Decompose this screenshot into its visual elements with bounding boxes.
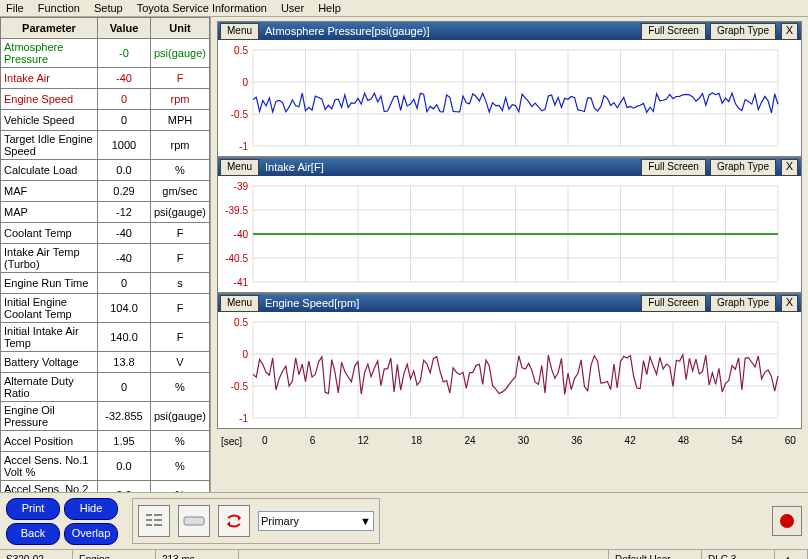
param-name: Engine Speed [1,89,98,110]
param-value: -40 [98,68,151,89]
param-value: -12 [98,202,151,223]
menu-toyota-service-information[interactable]: Toyota Service Information [137,2,267,14]
print-button[interactable]: Print [6,498,60,520]
param-value: 1.95 [98,431,151,452]
param-name: Accel Sens. No.2 Volt % [1,481,98,493]
menu-file[interactable]: File [6,2,24,14]
table-row[interactable]: Intake Air-40F [1,68,210,89]
x-tick: 0 [262,435,268,446]
menu-help[interactable]: Help [318,2,341,14]
menu-user[interactable]: User [281,2,304,14]
connector-icon[interactable] [178,505,210,537]
svg-text:-41: -41 [234,277,249,288]
table-row[interactable]: Intake Air Temp (Turbo)-40F [1,244,210,273]
param-name: Initial Engine Coolant Temp [1,294,98,323]
graph-type-button[interactable]: Graph Type [710,23,776,40]
graph-panel: Menu Atmosphere Pressure[psi(gauge)] Ful… [211,17,808,492]
param-value: -32.855 [98,402,151,431]
param-value: 0.0 [98,481,151,493]
graph-Atmosphere Pressure[psi(gauge)]: Menu Atmosphere Pressure[psi(gauge)] Ful… [217,21,802,157]
graph-Intake Air[F]: Menu Intake Air[F] Full Screen Graph Typ… [217,157,802,293]
table-row[interactable]: Battery Voltage13.8V [1,352,210,373]
param-unit: rpm [151,131,210,160]
param-name: Intake Air [1,68,98,89]
primary-dropdown[interactable]: Primary▼ [258,511,374,531]
status-model: S320-02 [0,550,73,559]
table-row[interactable]: Accel Sens. No.2 Volt %0.0% [1,481,210,493]
plot-area[interactable]: 0.50-0.5-1 [218,312,801,428]
param-unit: psi(gauge) [151,402,210,431]
table-row[interactable]: Vehicle Speed0MPH [1,110,210,131]
sync-icon[interactable] [218,505,250,537]
param-value: 0 [98,89,151,110]
param-name: Atmosphere Pressure [1,39,98,68]
param-name: MAP [1,202,98,223]
close-icon[interactable]: X [781,23,798,40]
svg-rect-64 [146,524,152,526]
param-value: 0 [98,273,151,294]
param-unit: V [151,352,210,373]
status-dlc: DLC 3 [702,550,775,559]
graph-menu-button[interactable]: Menu [220,295,259,312]
table-row[interactable]: Atmosphere Pressure-0psi(gauge) [1,39,210,68]
graph-menu-button[interactable]: Menu [220,159,259,176]
graph-Engine Speed[rpm]: Menu Engine Speed[rpm] Full Screen Graph… [217,293,802,429]
param-unit: rpm [151,89,210,110]
table-row[interactable]: Coolant Temp-40F [1,223,210,244]
record-button[interactable] [772,506,802,536]
table-row[interactable]: Calculate Load0.0% [1,160,210,181]
param-value: 0 [98,110,151,131]
param-value: 0.0 [98,452,151,481]
graph-title: Engine Speed[rpm] [265,297,639,309]
table-row[interactable]: Target Idle Engine Speed1000rpm [1,131,210,160]
table-row[interactable]: Alternate Duty Ratio0% [1,373,210,402]
graph-title: Atmosphere Pressure[psi(gauge)] [265,25,639,37]
svg-text:0: 0 [242,77,248,88]
table-row[interactable]: MAF0.29gm/sec [1,181,210,202]
graph-menu-button[interactable]: Menu [220,23,259,40]
table-row[interactable]: Engine Run Time0s [1,273,210,294]
svg-rect-60 [146,514,152,516]
overlap-button[interactable]: Overlap [64,523,118,545]
menu-function[interactable]: Function [38,2,80,14]
table-row[interactable]: Initial Intake Air Temp140.0F [1,323,210,352]
plot-area[interactable]: -39-39.5-40-40.5-41 [218,176,801,292]
svg-text:-0.5: -0.5 [231,109,249,120]
x-tick: 42 [625,435,636,446]
table-row[interactable]: Accel Sens. No.1 Volt %0.0% [1,452,210,481]
param-name: Alternate Duty Ratio [1,373,98,402]
param-unit: F [151,323,210,352]
menubar[interactable]: FileFunctionSetupToyota Service Informat… [0,0,808,17]
param-name: MAF [1,181,98,202]
svg-text:-39.5: -39.5 [225,205,248,216]
param-name: Calculate Load [1,160,98,181]
fullscreen-button[interactable]: Full Screen [641,159,706,176]
x-tick: 6 [310,435,316,446]
status-system: Engine [73,550,156,559]
menu-setup[interactable]: Setup [94,2,123,14]
param-unit: % [151,373,210,402]
graph-type-button[interactable]: Graph Type [710,159,776,176]
back-button[interactable]: Back [6,523,60,545]
param-unit: MPH [151,110,210,131]
table-row[interactable]: Engine Speed0rpm [1,89,210,110]
svg-text:-40: -40 [234,229,249,240]
param-name: Initial Intake Air Temp [1,323,98,352]
param-value: -40 [98,244,151,273]
table-row[interactable]: Engine Oil Pressure-32.855psi(gauge) [1,402,210,431]
close-icon[interactable]: X [781,159,798,176]
close-icon[interactable]: X [781,295,798,312]
fullscreen-button[interactable]: Full Screen [641,23,706,40]
table-row[interactable]: MAP-12psi(gauge) [1,202,210,223]
plot-area[interactable]: 0.50-0.5-1 [218,40,801,156]
table-row[interactable]: Initial Engine Coolant Temp104.0F [1,294,210,323]
hide-button[interactable]: Hide [64,498,118,520]
fullscreen-button[interactable]: Full Screen [641,295,706,312]
record-icon [780,514,794,528]
param-value: 1000 [98,131,151,160]
list-icon[interactable] [138,505,170,537]
table-row[interactable]: Accel Position1.95% [1,431,210,452]
param-unit: s [151,273,210,294]
graph-type-button[interactable]: Graph Type [710,295,776,312]
param-name: Accel Position [1,431,98,452]
